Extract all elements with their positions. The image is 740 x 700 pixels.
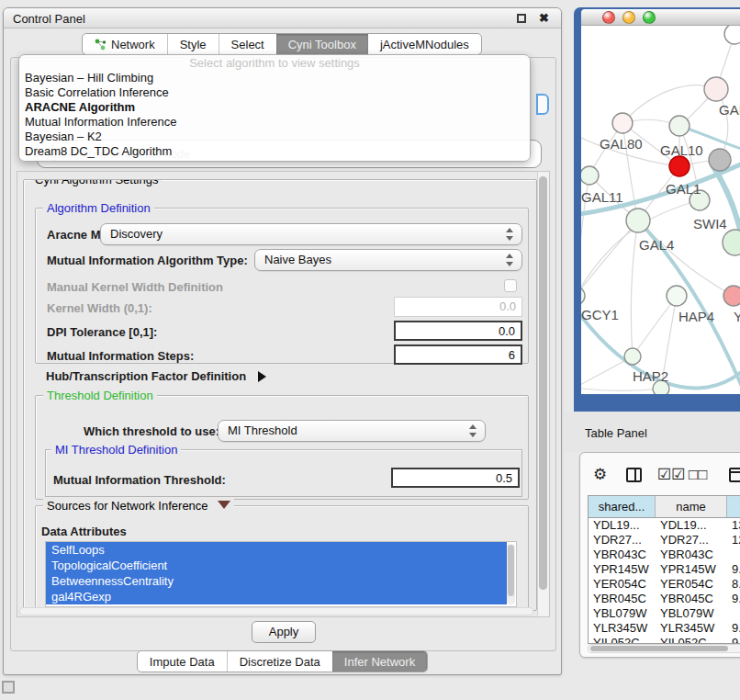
network-node[interactable] <box>626 209 650 232</box>
network-node[interactable] <box>624 348 641 365</box>
kernel-width-field[interactable]: 0.0 <box>394 297 522 317</box>
network-edge <box>638 220 734 296</box>
sources-toggle[interactable]: Sources for Network Inference <box>43 499 234 513</box>
tab-label: Infer Network <box>344 655 415 669</box>
network-node[interactable] <box>724 26 740 44</box>
dropdown-item[interactable]: Basic Correlation Inference <box>19 85 530 100</box>
network-node[interactable] <box>612 113 633 133</box>
screen: Control Panel ✖ Network Style Select Cyn… <box>0 0 740 700</box>
dock-grip-icon[interactable] <box>2 681 15 694</box>
network-node[interactable] <box>669 156 690 176</box>
network-node-label: GAL10 <box>660 142 703 158</box>
table-column-header[interactable]: name <box>656 496 727 517</box>
which-threshold-combo[interactable]: MI Threshold <box>218 420 486 442</box>
table-hscrollbar[interactable] <box>588 644 740 653</box>
table-row[interactable]: YDL19...YDL19...13 <box>589 518 740 533</box>
apply-button[interactable]: Apply <box>252 621 316 643</box>
dropdown-item[interactable]: Bayesian – K2 <box>19 130 530 144</box>
table-cell: YBR043C <box>656 548 727 562</box>
tab-style[interactable]: Style <box>167 34 219 54</box>
table-row[interactable]: YBR045CYBR045C9. <box>589 592 740 606</box>
mi-threshold-field[interactable]: 0.5 <box>391 468 520 488</box>
network-node[interactable] <box>581 166 599 185</box>
table-row[interactable]: YBR043CYBR043C <box>589 548 740 562</box>
traffic-light-zoom-icon[interactable] <box>643 11 656 24</box>
table-cell: YER054C <box>589 577 656 592</box>
table-row[interactable]: YIL052CYIL052C9 <box>589 636 740 644</box>
mi-type-combo[interactable]: Naive Bayes <box>254 249 522 271</box>
select-all-checks-icon[interactable]: ☑☑ <box>657 462 685 488</box>
network-node[interactable] <box>723 230 740 255</box>
tab-discretize-data[interactable]: Discretize Data <box>227 651 332 672</box>
mi-steps-field[interactable]: 6 <box>394 344 522 365</box>
attribute-list-item[interactable]: SelfLoops <box>46 542 507 558</box>
combo-stepper-icon <box>468 424 478 437</box>
tab-network[interactable]: Network <box>83 34 167 54</box>
combo-stepper-icon <box>505 254 515 266</box>
aracne-mode-combo[interactable]: Discovery <box>100 223 522 245</box>
network-node[interactable] <box>581 287 585 305</box>
table-cell: YBR045C <box>589 592 656 606</box>
settings-scrollpane: Cyni Algorithm Settings Algorithm Defini… <box>17 171 550 617</box>
threshold-definition-group: Threshold Definition Which threshold to … <box>35 395 529 500</box>
traffic-light-close-icon[interactable] <box>602 11 615 24</box>
mi-steps-label: Mutual Information Steps: <box>47 349 194 363</box>
network-node[interactable] <box>709 149 731 171</box>
dropdown-item[interactable]: Bayesian – Hill Climbing <box>19 71 530 85</box>
tab-label: Impute Data <box>150 655 215 669</box>
kernel-width-label: Kernel Width (0,1): <box>47 301 152 315</box>
table-header-row: shared...nameA <box>589 496 740 518</box>
dropdown-item[interactable]: Dream8 DC_TDC Algorithm <box>19 144 530 159</box>
bottom-tabbar: Impute Data Discretize Data Infer Networ… <box>4 650 561 672</box>
tab-jactivemnodules[interactable]: jActiveMNodules <box>368 34 481 54</box>
table-panel-card: ⚙☑☑□□ shared...nameA YDL19...YDL19...13Y… <box>579 452 740 658</box>
table-row[interactable]: YLR345WYLR345W9. <box>589 621 740 636</box>
float-window-icon[interactable] <box>517 14 526 23</box>
network-view-titlebar[interactable] <box>581 9 740 26</box>
table-partial-icon[interactable] <box>729 468 740 482</box>
manual-kernel-label: Manual Kernel Width Definition <box>47 280 223 294</box>
table-cell <box>727 606 740 621</box>
table-cell: YLR345W <box>589 621 656 636</box>
table-row[interactable]: YER054CYER054C8. <box>589 577 740 592</box>
tab-label: Network <box>111 38 155 51</box>
split-columns-icon[interactable] <box>626 468 642 482</box>
traffic-light-minimize-icon[interactable] <box>622 11 635 24</box>
network-node-label: GAL4 <box>639 237 674 253</box>
settings-gear-icon[interactable]: ⚙ <box>593 462 607 488</box>
table-column-header[interactable]: shared... <box>589 496 656 517</box>
close-icon[interactable]: ✖ <box>539 11 549 25</box>
manual-kernel-checkbox[interactable] <box>504 279 517 292</box>
unselect-all-boxes-icon[interactable]: □□ <box>689 462 708 488</box>
tab-select[interactable]: Select <box>219 34 276 54</box>
settings-hscrollbar[interactable] <box>19 607 533 615</box>
list-scrollbar[interactable] <box>507 544 515 604</box>
table-cell: YLR345W <box>656 621 727 636</box>
table-row[interactable]: YPR145WYPR145W9. <box>589 562 740 577</box>
table-hscrollbar-thumb[interactable] <box>590 646 728 651</box>
network-node[interactable] <box>669 116 690 136</box>
network-node[interactable] <box>723 286 740 306</box>
dropdown-item[interactable]: Mutual Information Inference <box>19 115 530 130</box>
dropdown-item[interactable]: ARACNE Algorithm <box>19 100 530 115</box>
tab-impute-data[interactable]: Impute Data <box>138 651 227 672</box>
table-cell: YDL19... <box>656 518 727 533</box>
settings-scrollbar-thumb[interactable] <box>539 176 547 590</box>
tab-cyni-toolbox[interactable]: Cyni Toolbox <box>276 34 368 54</box>
tab-infer-network[interactable]: Infer Network <box>332 651 427 672</box>
hub-factor-toggle[interactable]: Hub/Transcription Factor Definition <box>46 369 266 383</box>
dpi-tolerance-field[interactable]: 0.0 <box>394 321 522 341</box>
settings-scrollbar[interactable] <box>537 172 549 616</box>
attribute-list-item[interactable]: BetweennessCentrality <box>46 573 507 589</box>
algorithm-combo-fragment[interactable] <box>536 94 549 115</box>
network-canvas[interactable]: GALGAL80GAL10GAL1GAL11SWI4GAL4GCY1HAP4YH… <box>581 26 740 394</box>
attribute-list-item[interactable]: gal4RGexp <box>46 589 507 604</box>
network-node[interactable] <box>667 286 687 306</box>
attribute-list-item[interactable]: TopologicalCoefficient <box>46 558 507 573</box>
table-row[interactable]: YBL079WYBL079W <box>589 606 740 621</box>
list-scrollbar-thumb[interactable] <box>508 545 514 596</box>
table-cell: YBR045C <box>656 592 727 606</box>
table-row[interactable]: YDR27...YDR27...12 <box>589 533 740 548</box>
network-node[interactable] <box>704 77 728 101</box>
table-column-header[interactable]: A <box>727 496 740 517</box>
